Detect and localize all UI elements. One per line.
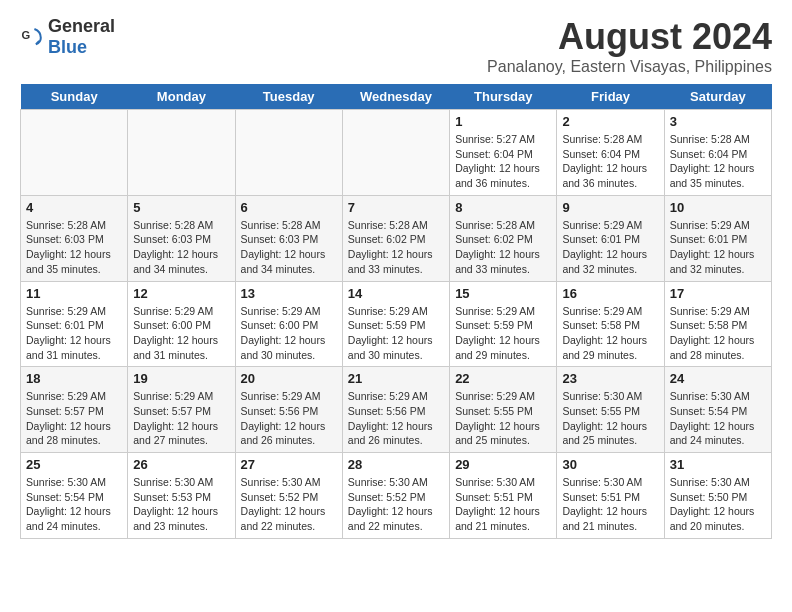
calendar-cell: 20Sunrise: 5:29 AM Sunset: 5:56 PM Dayli… xyxy=(235,367,342,453)
calendar-cell: 15Sunrise: 5:29 AM Sunset: 5:59 PM Dayli… xyxy=(450,281,557,367)
day-number: 16 xyxy=(562,286,658,301)
day-info: Sunrise: 5:30 AM Sunset: 5:54 PM Dayligh… xyxy=(26,475,122,534)
calendar-cell: 13Sunrise: 5:29 AM Sunset: 6:00 PM Dayli… xyxy=(235,281,342,367)
day-header-saturday: Saturday xyxy=(664,84,771,110)
day-number: 31 xyxy=(670,457,766,472)
day-info: Sunrise: 5:30 AM Sunset: 5:54 PM Dayligh… xyxy=(670,389,766,448)
calendar-cell xyxy=(235,110,342,196)
week-row-5: 25Sunrise: 5:30 AM Sunset: 5:54 PM Dayli… xyxy=(21,453,772,539)
title-area: August 2024 Panalanoy, Eastern Visayas, … xyxy=(487,16,772,76)
day-info: Sunrise: 5:29 AM Sunset: 5:56 PM Dayligh… xyxy=(348,389,444,448)
day-number: 25 xyxy=(26,457,122,472)
day-number: 29 xyxy=(455,457,551,472)
day-header-sunday: Sunday xyxy=(21,84,128,110)
calendar-cell: 14Sunrise: 5:29 AM Sunset: 5:59 PM Dayli… xyxy=(342,281,449,367)
calendar-cell: 27Sunrise: 5:30 AM Sunset: 5:52 PM Dayli… xyxy=(235,453,342,539)
calendar-cell xyxy=(21,110,128,196)
day-info: Sunrise: 5:29 AM Sunset: 6:01 PM Dayligh… xyxy=(26,304,122,363)
calendar-cell: 25Sunrise: 5:30 AM Sunset: 5:54 PM Dayli… xyxy=(21,453,128,539)
logo: G General Blue xyxy=(20,16,115,58)
day-number: 11 xyxy=(26,286,122,301)
calendar-cell xyxy=(342,110,449,196)
day-info: Sunrise: 5:28 AM Sunset: 6:03 PM Dayligh… xyxy=(26,218,122,277)
day-number: 20 xyxy=(241,371,337,386)
day-info: Sunrise: 5:29 AM Sunset: 5:57 PM Dayligh… xyxy=(26,389,122,448)
day-number: 15 xyxy=(455,286,551,301)
week-row-1: 1Sunrise: 5:27 AM Sunset: 6:04 PM Daylig… xyxy=(21,110,772,196)
calendar-cell: 7Sunrise: 5:28 AM Sunset: 6:02 PM Daylig… xyxy=(342,195,449,281)
day-number: 14 xyxy=(348,286,444,301)
day-info: Sunrise: 5:30 AM Sunset: 5:55 PM Dayligh… xyxy=(562,389,658,448)
calendar-cell: 18Sunrise: 5:29 AM Sunset: 5:57 PM Dayli… xyxy=(21,367,128,453)
calendar-cell: 17Sunrise: 5:29 AM Sunset: 5:58 PM Dayli… xyxy=(664,281,771,367)
day-info: Sunrise: 5:29 AM Sunset: 5:58 PM Dayligh… xyxy=(670,304,766,363)
day-header-friday: Friday xyxy=(557,84,664,110)
day-info: Sunrise: 5:28 AM Sunset: 6:02 PM Dayligh… xyxy=(455,218,551,277)
day-header-thursday: Thursday xyxy=(450,84,557,110)
svg-text:G: G xyxy=(22,29,31,41)
day-info: Sunrise: 5:29 AM Sunset: 5:58 PM Dayligh… xyxy=(562,304,658,363)
calendar-cell: 23Sunrise: 5:30 AM Sunset: 5:55 PM Dayli… xyxy=(557,367,664,453)
day-info: Sunrise: 5:30 AM Sunset: 5:51 PM Dayligh… xyxy=(562,475,658,534)
week-row-4: 18Sunrise: 5:29 AM Sunset: 5:57 PM Dayli… xyxy=(21,367,772,453)
header: G General Blue August 2024 Panalanoy, Ea… xyxy=(20,16,772,76)
calendar-cell xyxy=(128,110,235,196)
day-header-monday: Monday xyxy=(128,84,235,110)
day-number: 18 xyxy=(26,371,122,386)
days-header-row: SundayMondayTuesdayWednesdayThursdayFrid… xyxy=(21,84,772,110)
calendar-table: SundayMondayTuesdayWednesdayThursdayFrid… xyxy=(20,84,772,539)
day-info: Sunrise: 5:27 AM Sunset: 6:04 PM Dayligh… xyxy=(455,132,551,191)
calendar-cell: 3Sunrise: 5:28 AM Sunset: 6:04 PM Daylig… xyxy=(664,110,771,196)
day-number: 12 xyxy=(133,286,229,301)
calendar-cell: 12Sunrise: 5:29 AM Sunset: 6:00 PM Dayli… xyxy=(128,281,235,367)
logo-general: General xyxy=(48,16,115,36)
day-info: Sunrise: 5:29 AM Sunset: 5:57 PM Dayligh… xyxy=(133,389,229,448)
day-number: 28 xyxy=(348,457,444,472)
day-number: 2 xyxy=(562,114,658,129)
day-info: Sunrise: 5:29 AM Sunset: 6:00 PM Dayligh… xyxy=(241,304,337,363)
day-info: Sunrise: 5:28 AM Sunset: 6:03 PM Dayligh… xyxy=(241,218,337,277)
calendar-cell: 11Sunrise: 5:29 AM Sunset: 6:01 PM Dayli… xyxy=(21,281,128,367)
day-info: Sunrise: 5:28 AM Sunset: 6:02 PM Dayligh… xyxy=(348,218,444,277)
week-row-3: 11Sunrise: 5:29 AM Sunset: 6:01 PM Dayli… xyxy=(21,281,772,367)
day-number: 7 xyxy=(348,200,444,215)
week-row-2: 4Sunrise: 5:28 AM Sunset: 6:03 PM Daylig… xyxy=(21,195,772,281)
day-number: 1 xyxy=(455,114,551,129)
day-number: 19 xyxy=(133,371,229,386)
day-info: Sunrise: 5:29 AM Sunset: 6:00 PM Dayligh… xyxy=(133,304,229,363)
day-number: 3 xyxy=(670,114,766,129)
day-info: Sunrise: 5:28 AM Sunset: 6:04 PM Dayligh… xyxy=(670,132,766,191)
calendar-cell: 19Sunrise: 5:29 AM Sunset: 5:57 PM Dayli… xyxy=(128,367,235,453)
day-info: Sunrise: 5:30 AM Sunset: 5:52 PM Dayligh… xyxy=(241,475,337,534)
calendar-cell: 24Sunrise: 5:30 AM Sunset: 5:54 PM Dayli… xyxy=(664,367,771,453)
calendar-cell: 31Sunrise: 5:30 AM Sunset: 5:50 PM Dayli… xyxy=(664,453,771,539)
day-number: 26 xyxy=(133,457,229,472)
day-info: Sunrise: 5:28 AM Sunset: 6:04 PM Dayligh… xyxy=(562,132,658,191)
calendar-cell: 29Sunrise: 5:30 AM Sunset: 5:51 PM Dayli… xyxy=(450,453,557,539)
calendar-cell: 9Sunrise: 5:29 AM Sunset: 6:01 PM Daylig… xyxy=(557,195,664,281)
logo-icon: G xyxy=(20,25,44,49)
day-info: Sunrise: 5:29 AM Sunset: 5:59 PM Dayligh… xyxy=(348,304,444,363)
day-info: Sunrise: 5:29 AM Sunset: 5:59 PM Dayligh… xyxy=(455,304,551,363)
day-info: Sunrise: 5:29 AM Sunset: 6:01 PM Dayligh… xyxy=(670,218,766,277)
calendar-cell: 30Sunrise: 5:30 AM Sunset: 5:51 PM Dayli… xyxy=(557,453,664,539)
calendar-cell: 4Sunrise: 5:28 AM Sunset: 6:03 PM Daylig… xyxy=(21,195,128,281)
day-header-tuesday: Tuesday xyxy=(235,84,342,110)
calendar-cell: 8Sunrise: 5:28 AM Sunset: 6:02 PM Daylig… xyxy=(450,195,557,281)
day-number: 5 xyxy=(133,200,229,215)
day-info: Sunrise: 5:30 AM Sunset: 5:50 PM Dayligh… xyxy=(670,475,766,534)
day-number: 6 xyxy=(241,200,337,215)
day-number: 4 xyxy=(26,200,122,215)
calendar-cell: 6Sunrise: 5:28 AM Sunset: 6:03 PM Daylig… xyxy=(235,195,342,281)
logo-blue: Blue xyxy=(48,37,87,57)
calendar-cell: 26Sunrise: 5:30 AM Sunset: 5:53 PM Dayli… xyxy=(128,453,235,539)
calendar-cell: 21Sunrise: 5:29 AM Sunset: 5:56 PM Dayli… xyxy=(342,367,449,453)
day-number: 23 xyxy=(562,371,658,386)
calendar-cell: 22Sunrise: 5:29 AM Sunset: 5:55 PM Dayli… xyxy=(450,367,557,453)
day-info: Sunrise: 5:29 AM Sunset: 5:55 PM Dayligh… xyxy=(455,389,551,448)
day-info: Sunrise: 5:30 AM Sunset: 5:53 PM Dayligh… xyxy=(133,475,229,534)
day-info: Sunrise: 5:29 AM Sunset: 5:56 PM Dayligh… xyxy=(241,389,337,448)
day-number: 22 xyxy=(455,371,551,386)
calendar-cell: 10Sunrise: 5:29 AM Sunset: 6:01 PM Dayli… xyxy=(664,195,771,281)
day-header-wednesday: Wednesday xyxy=(342,84,449,110)
